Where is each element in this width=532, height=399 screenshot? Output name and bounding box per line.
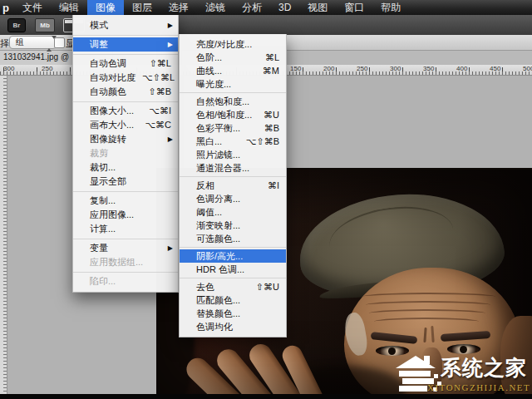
- auto-select-value: 组: [16, 37, 24, 47]
- watermark-title: 系统之家: [441, 354, 527, 382]
- menubar-item-analysis[interactable]: 分析: [234, 0, 270, 15]
- ruler-tick-label: 150: [290, 65, 301, 72]
- adjustments-item-photo-filter[interactable]: 照片滤镜...: [180, 148, 286, 161]
- menu-item-label: 色阶...: [196, 51, 222, 64]
- menu-item-label: 裁剪: [90, 146, 108, 160]
- menu-separator: [180, 247, 286, 248]
- bottom-black-strip: [0, 394, 532, 399]
- auto-select-dropdown[interactable]: 组: [9, 36, 57, 49]
- adjustments-item-match-color[interactable]: 匹配颜色...: [180, 293, 286, 307]
- image-menu-item-calculations[interactable]: 计算...: [73, 222, 178, 236]
- image-menu-item-adjustments[interactable]: 调整▶: [73, 37, 178, 52]
- adjustments-item-hdr-toning[interactable]: HDR 色调...: [180, 263, 286, 276]
- image-menu-item-canvas-size[interactable]: 画布大小...⌥⌘C: [73, 118, 178, 132]
- menu-item-label: 应用数据组...: [90, 255, 143, 269]
- ruler-tick-label: 500: [523, 65, 532, 72]
- bridge-button[interactable]: Br: [7, 18, 26, 32]
- menu-item-label: 图像大小...: [90, 104, 134, 118]
- mini-bridge-button[interactable]: Mb: [35, 18, 55, 32]
- image-menu-item-variables[interactable]: 变量▶: [73, 241, 178, 255]
- vertical-ruler: [0, 75, 7, 394]
- image-menu-item-crop: 裁剪: [73, 146, 178, 160]
- menubar-item-window[interactable]: 窗口: [336, 0, 372, 15]
- image-menu-item-auto-tone[interactable]: 自动色调⇧⌘L: [73, 57, 178, 71]
- menu-separator: [73, 54, 178, 55]
- adjustments-item-vibrance[interactable]: 自然饱和度...: [180, 95, 286, 108]
- menu-item-label: 曝光度...: [196, 77, 231, 91]
- image-menu-item-image-size[interactable]: 图像大小...⌥⌘I: [73, 104, 178, 118]
- menu-item-shortcut: ⌘U: [257, 108, 279, 121]
- menu-separator: [73, 35, 178, 36]
- menu-item-shortcut: ⇧⌘B: [141, 85, 171, 99]
- menubar-item-file[interactable]: 文件: [14, 0, 51, 15]
- menu-item-label: 去色: [196, 280, 214, 293]
- adjustments-item-hue-saturation[interactable]: 色相/饱和度...⌘U: [180, 108, 286, 121]
- submenu-arrow-icon: ▶: [168, 37, 173, 52]
- menu-item-label: 曲线...: [196, 64, 222, 77]
- adjustments-item-channel-mixer[interactable]: 通道混合器...: [180, 161, 286, 175]
- ruler-tick-label: 300: [3, 65, 14, 72]
- adjustments-item-gradient-map[interactable]: 渐变映射...: [180, 219, 286, 232]
- image-menu-item-auto-contrast[interactable]: 自动对比度⌥⇧⌘L: [73, 71, 178, 85]
- image-menu-dropdown: 模式▶调整▶自动色调⇧⌘L自动对比度⌥⇧⌘L自动颜色⇧⌘B图像大小...⌥⌘I画…: [72, 15, 179, 293]
- adjustments-item-replace-color[interactable]: 替换颜色...: [180, 307, 286, 320]
- ruler-tick-label: 350: [423, 65, 434, 72]
- adjustments-item-desaturate[interactable]: 去色⇧⌘U: [180, 280, 286, 293]
- menu-item-shortcut: ⌘L: [259, 51, 279, 64]
- menu-item-label: 色彩平衡...: [196, 121, 240, 135]
- menubar-item-help[interactable]: 帮助: [372, 0, 409, 15]
- menubar-item-edit[interactable]: 编辑: [51, 0, 87, 15]
- adjustments-item-selective-color[interactable]: 可选颜色...: [180, 232, 286, 245]
- menu-item-label: 通道混合器...: [196, 161, 249, 175]
- menu-item-label: 阴影/高光...: [196, 249, 243, 263]
- image-menu-item-mode[interactable]: 模式▶: [73, 18, 178, 32]
- adjustments-item-curves[interactable]: 曲线...⌘M: [180, 64, 286, 77]
- image-menu-item-trim[interactable]: 裁切...: [73, 160, 178, 175]
- adjustments-item-shadows-highlights[interactable]: 阴影/高光...: [180, 249, 286, 263]
- show-transform-checkbox[interactable]: [54, 37, 65, 48]
- image-menu-item-reveal-all[interactable]: 显示全部: [73, 175, 178, 189]
- image-menu-item-auto-color[interactable]: 自动颜色⇧⌘B: [73, 85, 178, 99]
- menu-item-label: 应用图像...: [90, 208, 134, 222]
- menubar-item-view[interactable]: 视图: [299, 0, 336, 15]
- menu-item-shortcut: ⌘B: [258, 121, 279, 135]
- submenu-arrow-icon: ▶: [168, 241, 173, 255]
- menu-item-label: 亮度/对比度...: [196, 37, 252, 51]
- menu-item-shortcut: ⌥⇧⌘L: [135, 71, 175, 85]
- adjustments-item-invert[interactable]: 反相⌘I: [180, 179, 286, 192]
- submenu-arrow-icon: ▶: [168, 132, 173, 146]
- menubar-item-filter[interactable]: 滤镜: [197, 0, 234, 15]
- adjustments-item-equalize[interactable]: 色调均化: [180, 320, 286, 333]
- menubar-item-layer[interactable]: 图层: [124, 0, 160, 15]
- menu-item-label: HDR 色调...: [196, 263, 244, 276]
- menu-item-shortcut: ⇧⌘U: [249, 280, 279, 293]
- adjustments-item-posterize[interactable]: 色调分离...: [180, 192, 286, 205]
- menu-separator: [73, 191, 178, 192]
- image-menu-item-image-rotation[interactable]: 图像旋转▶: [73, 132, 178, 146]
- watermark: 系统之家 XITONGZHIJIA.NET: [394, 354, 527, 397]
- submenu-arrow-icon: ▶: [168, 18, 173, 32]
- menubar: p 文件编辑图像图层选择滤镜分析3D视图窗口帮助: [0, 0, 532, 15]
- adjustments-submenu: 亮度/对比度...色阶...⌘L曲线...⌘M曝光度...自然饱和度...色相/…: [179, 34, 287, 337]
- menu-item-label: 可选颜色...: [196, 232, 240, 245]
- menubar-items: 文件编辑图像图层选择滤镜分析3D视图窗口帮助: [14, 0, 409, 15]
- image-menu-item-apply-image[interactable]: 应用图像...: [73, 208, 178, 222]
- adjustments-item-black-white[interactable]: 黑白...⌥⇧⌘B: [180, 135, 286, 148]
- ruler-tick-label: 250: [42, 65, 52, 72]
- menubar-item-image[interactable]: 图像: [87, 0, 124, 15]
- menubar-item-select[interactable]: 选择: [160, 0, 197, 15]
- menu-item-shortcut: ⌥⌘C: [138, 118, 171, 132]
- adjustments-item-color-balance[interactable]: 色彩平衡...⌘B: [180, 121, 286, 135]
- menu-item-label: 照片滤镜...: [196, 148, 240, 161]
- menu-item-shortcut: ⇧⌘L: [143, 57, 171, 71]
- menubar-item-3d[interactable]: 3D: [270, 0, 299, 15]
- adjustments-item-exposure[interactable]: 曝光度...: [180, 77, 286, 91]
- stepper-icon: [47, 38, 52, 47]
- image-menu-item-duplicate[interactable]: 复制...: [73, 194, 178, 208]
- menu-item-label: 替换颜色...: [196, 307, 240, 320]
- adjustments-item-brightness-contrast[interactable]: 亮度/对比度...: [180, 37, 286, 51]
- adjustments-item-threshold[interactable]: 阈值...: [180, 205, 286, 219]
- menu-item-label: 画布大小...: [90, 118, 134, 132]
- menu-item-label: 显示全部: [90, 175, 126, 189]
- adjustments-item-levels[interactable]: 色阶...⌘L: [180, 51, 286, 64]
